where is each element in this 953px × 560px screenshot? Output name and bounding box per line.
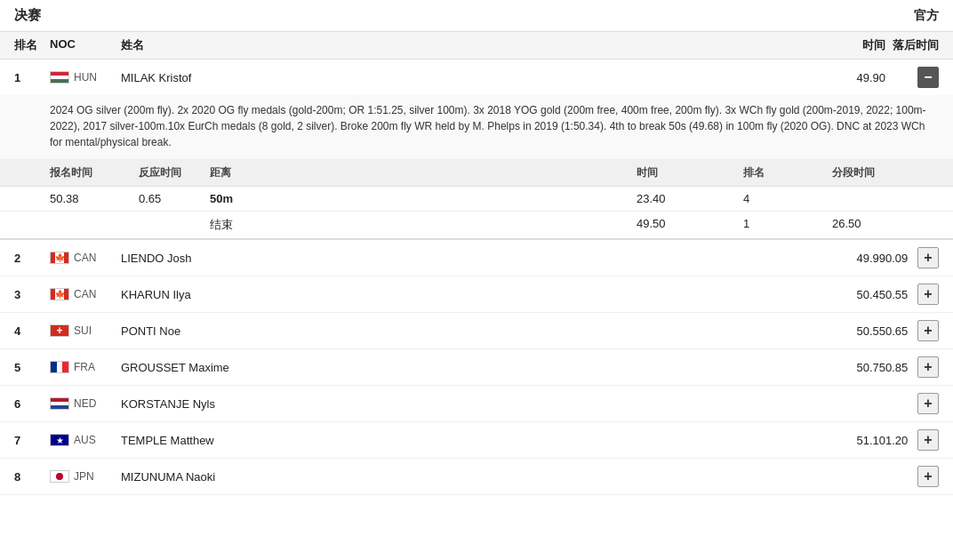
expand-button[interactable]: +: [917, 429, 939, 451]
flag-hun: [50, 71, 69, 84]
noc-cell: JPN: [50, 470, 121, 483]
split-header-reaction: 反应时间: [139, 165, 210, 180]
split-row: 结束 49.50 1 26.50: [0, 212, 953, 240]
noc-cell: SUI: [50, 324, 121, 337]
split-time: 23.40: [637, 192, 743, 205]
athlete-rank: 6: [14, 397, 50, 411]
athlete-name: MILAK Kristof: [121, 71, 672, 84]
split-header-distance: 距离: [210, 165, 281, 180]
header-rank: 排名: [14, 37, 50, 53]
table-row: 4 SUI PONTI Noe 50.55 0.65 +: [0, 313, 953, 349]
header-name: 姓名: [121, 37, 672, 53]
noc-code: FRA: [74, 361, 95, 373]
split-distance: 结束: [210, 217, 281, 233]
flag-sui: [50, 324, 69, 337]
table-row: 7 AUS TEMPLE Matthew 51.10 1.20 +: [0, 422, 953, 459]
noc-cell: NED: [50, 397, 121, 410]
athlete-lag: 1.20: [885, 434, 908, 447]
athlete-rank: 4: [14, 324, 50, 338]
expand-cell: +: [885, 466, 939, 487]
athlete-time: 51.10: [779, 434, 885, 447]
expand-button[interactable]: +: [917, 466, 939, 487]
split-header-time: 时间: [637, 165, 743, 180]
split-rank: 1: [743, 217, 832, 233]
expand-cell: +: [885, 393, 939, 414]
athlete-rank: 3: [14, 288, 50, 301]
expand-button[interactable]: +: [917, 284, 939, 305]
split-entry-time: 50.38: [50, 192, 139, 205]
split-reaction: [139, 217, 210, 233]
athlete-rank: 8: [14, 470, 50, 484]
header-noc: NOC: [50, 37, 121, 53]
noc-code: HUN: [74, 71, 97, 84]
table-row: 5 FRA GROUSSET Maxime 50.75 0.85 +: [0, 349, 953, 386]
athlete-rank: 2: [14, 252, 50, 265]
athlete-rank: 7: [14, 434, 50, 447]
athlete-lag: 0.85: [885, 361, 908, 374]
expand-cell: 1.20 +: [885, 429, 939, 451]
split-rank: 4: [743, 192, 832, 205]
expand-cell: 0.65 +: [885, 320, 939, 341]
expand-cell: −: [885, 67, 939, 88]
athlete-name: GROUSSET Maxime: [121, 361, 672, 374]
split-header-entry: 报名时间: [50, 165, 139, 180]
athlete-rank: 1: [14, 71, 50, 84]
expand-cell: 0.85 +: [885, 356, 939, 378]
athlete-lag: 0.65: [885, 324, 908, 338]
athlete-name: MIZUNUMA Naoki: [121, 470, 672, 484]
table-row: 3 CAN KHARUN Ilya 50.45 0.55 +: [0, 276, 953, 313]
noc-cell: HUN: [50, 71, 121, 84]
split-header: 报名时间 反应时间 距离 时间 排名 分段时间: [0, 160, 953, 187]
table-row: 2 CAN LIENDO Josh 49.99 0.09 +: [0, 240, 953, 276]
split-header-split: 分段时间: [832, 165, 939, 180]
athlete-name: KORSTANJE Nyls: [121, 397, 672, 411]
noc-cell: AUS: [50, 434, 121, 446]
noc-code: JPN: [74, 470, 94, 483]
expand-button[interactable]: +: [917, 356, 939, 378]
expand-cell: 0.09 +: [885, 247, 939, 268]
athlete-bio: 2024 OG silver (200m fly). 2x 2020 OG fl…: [0, 95, 953, 160]
header-time: 时间: [779, 37, 885, 53]
expand-button[interactable]: +: [917, 393, 939, 414]
noc-code: CAN: [74, 288, 96, 300]
athlete-rank: 5: [14, 361, 50, 374]
flag-jpn: [50, 470, 69, 483]
official-label: 官方: [914, 8, 939, 24]
athlete-name: LIENDO Josh: [121, 252, 672, 265]
table-row: 6 NED KORSTANJE Nyls +: [0, 386, 953, 422]
flag-ned: [50, 397, 69, 410]
flag-aus: [50, 434, 69, 446]
table-header: 排名 NOC 姓名 时间 落后时间: [0, 32, 953, 60]
split-row: 50.38 0.65 50m 23.40 4: [0, 187, 953, 212]
noc-code: NED: [74, 397, 96, 410]
athlete-time: 50.45: [779, 288, 885, 301]
athlete-name: PONTI Noe: [121, 324, 672, 338]
athlete-name: KHARUN Ilya: [121, 288, 672, 301]
split-time: 49.50: [637, 217, 743, 233]
noc-cell: CAN: [50, 252, 121, 264]
athlete-lag: 0.55: [885, 288, 908, 301]
collapse-button[interactable]: −: [917, 67, 939, 88]
athlete-lag: 0.09: [885, 252, 908, 265]
athlete-time: 49.90: [779, 71, 885, 84]
split-distance: 50m: [210, 192, 281, 205]
split-header-rank: 排名: [743, 165, 832, 180]
athlete-time: 50.75: [779, 361, 885, 374]
noc-code: SUI: [74, 324, 92, 337]
expand-button[interactable]: +: [917, 320, 939, 341]
header-lag: 落后时间: [885, 37, 939, 53]
noc-cell: CAN: [50, 288, 121, 300]
athletes-list: 2 CAN LIENDO Josh 49.99 0.09 + 3 CAN KHA…: [0, 240, 953, 495]
split-segment: 26.50: [832, 217, 939, 233]
expand-button[interactable]: +: [917, 247, 939, 268]
table-row: 8 JPN MIZUNUMA Naoki +: [0, 459, 953, 495]
split-entry-time: [50, 217, 139, 233]
noc-cell: FRA: [50, 361, 121, 373]
table-row: 1 HUN MILAK Kristof 49.90 −: [0, 60, 953, 95]
athlete-time: 49.99: [779, 252, 885, 265]
split-segment: [832, 192, 939, 205]
page-title: 决赛: [14, 7, 41, 24]
flag-can: [50, 252, 69, 264]
flag-can: [50, 288, 69, 300]
expand-cell: 0.55 +: [885, 284, 939, 305]
